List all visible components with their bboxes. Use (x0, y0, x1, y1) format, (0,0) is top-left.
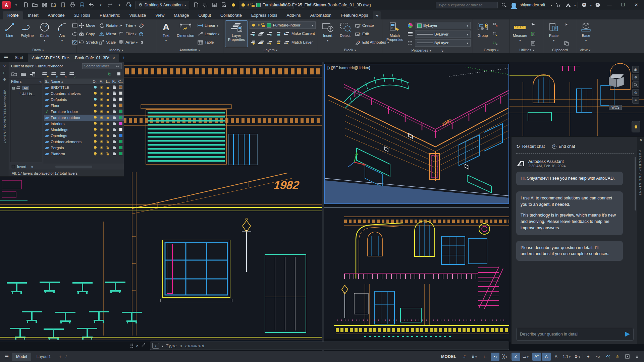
chat-scrollbar[interactable] (635, 157, 636, 210)
arc-dropdown-icon[interactable] (61, 38, 63, 42)
text-button[interactable]: A Text (158, 21, 174, 47)
trim-dropdown-icon[interactable] (135, 23, 136, 27)
restart-chat-button[interactable]: Restart chat (516, 144, 545, 149)
layer-freeze-icon[interactable] (100, 128, 103, 132)
find-in-doc-icon[interactable] (220, 1, 228, 9)
tab-automation[interactable]: Automation (306, 11, 336, 19)
copy-button[interactable]: Copy (78, 30, 98, 38)
rotate-button[interactable]: Rotate (99, 21, 117, 29)
dimension-button[interactable]: Dimension (176, 21, 195, 47)
base-button[interactable]: Base (578, 21, 594, 47)
tab-start[interactable]: Start (11, 54, 27, 61)
filter-tree[interactable]: ⊟ All └ All Us... (10, 84, 42, 162)
chat-input-box[interactable]: Describe your question in detail (516, 328, 634, 341)
layer-lock-icon[interactable] (275, 31, 281, 37)
layer-lock-icon[interactable] (107, 99, 109, 101)
close-button[interactable]: ✕ (631, 0, 642, 10)
search-icon[interactable] (500, 1, 508, 9)
layer-unlock-open-icon[interactable] (275, 39, 281, 45)
command-line[interactable]: › Type a command (150, 342, 509, 350)
model-space-badge[interactable]: MODEL (438, 354, 459, 359)
layer-states-manager-icon[interactable] (29, 71, 35, 77)
palette-autohide-icon[interactable]: ⊢ (3, 71, 6, 75)
layer-freeze-icon[interactable] (100, 98, 103, 102)
ribbon-layer-dropdown[interactable]: Furniture-indoor (250, 21, 316, 29)
tab-manage[interactable]: Manage (169, 11, 194, 19)
layer-on-icon[interactable] (252, 24, 255, 27)
arc-button[interactable]: Arc (54, 21, 70, 47)
make-current-button[interactable]: Make Current (291, 32, 315, 36)
array-button[interactable]: Array (118, 38, 138, 46)
leader-button[interactable]: Leader (197, 30, 219, 38)
units-button[interactable]: ▫○ (594, 353, 602, 361)
layer-lock-icon[interactable] (107, 93, 109, 95)
panel-view-label[interactable]: View (576, 47, 644, 53)
export-icon[interactable] (59, 1, 67, 9)
layer-row[interactable]: Pergola (44, 145, 124, 151)
dynamic-input-toggle[interactable]: ∠ (512, 353, 520, 361)
layer-freeze-icon[interactable] (100, 140, 103, 144)
user-avatar-icon[interactable] (510, 1, 518, 9)
layer-plot-icon[interactable] (113, 123, 116, 125)
layer-plot-icon[interactable] (113, 93, 116, 95)
layer-freeze-icon[interactable] (100, 146, 103, 150)
tab-insert[interactable]: Insert (23, 11, 43, 19)
layer-row[interactable]: Counters-shelves (44, 90, 124, 97)
clean-screen-button[interactable] (623, 353, 632, 361)
layer-color-swatch[interactable] (119, 85, 122, 89)
properties-dialog-launcher-icon[interactable]: ↘ (440, 48, 443, 53)
palette-hscrollbar[interactable] (55, 166, 92, 168)
tab-view[interactable]: View (151, 11, 169, 19)
layer-row[interactable]: Mouldings (44, 127, 124, 133)
batch-plot-icon[interactable] (125, 1, 133, 9)
chat-close-icon[interactable] (640, 137, 642, 142)
layer-on-icon[interactable] (94, 86, 97, 88)
help-menu-arrow-icon[interactable] (590, 3, 592, 7)
autocad-logo-icon[interactable]: A (2, 1, 11, 9)
new-drawing-tab-button[interactable] (120, 54, 128, 61)
workspace-switcher[interactable]: Drafting & Annotation (136, 1, 189, 9)
layer-row[interactable]: Defpoints (44, 97, 124, 103)
customize-command-icon[interactable] (141, 343, 146, 348)
detect-button[interactable]: Detect (337, 21, 353, 47)
match-properties-button[interactable]: Match Properties (384, 21, 405, 48)
scale-button[interactable]: Scale (99, 38, 117, 46)
id-point-icon[interactable] (530, 40, 536, 46)
layer-color-swatch[interactable] (119, 104, 122, 107)
send-icon[interactable] (625, 332, 630, 337)
layer-freeze-icon[interactable] (100, 152, 103, 156)
tab-express-tools[interactable]: Express Tools (247, 11, 282, 19)
layout1-tab[interactable]: Layout1 (33, 353, 55, 361)
line-button[interactable]: Line (2, 21, 17, 47)
layer-on-icon[interactable] (94, 110, 97, 113)
layer-row[interactable]: Interiors (44, 121, 124, 127)
command-close-icon[interactable] (136, 343, 139, 348)
ungroup-icon[interactable] (492, 21, 498, 27)
layer-color-swatch[interactable] (119, 98, 122, 101)
fillet-button[interactable]: Fillet (118, 30, 138, 38)
eraser-icon[interactable] (138, 22, 144, 28)
help-search-input[interactable] (436, 2, 498, 8)
full-navigation-wheel-icon[interactable]: ◉ (632, 66, 639, 73)
layer-lock-icon[interactable] (107, 123, 109, 125)
layer-isolate-icon[interactable] (258, 31, 264, 37)
layer-lock-icon[interactable] (107, 141, 109, 143)
new-file-icon[interactable] (21, 1, 30, 9)
wcs-label[interactable]: WCS (609, 105, 622, 110)
copy-clip-icon[interactable] (564, 40, 570, 46)
layer-lock-icon[interactable] (107, 129, 109, 131)
help-icon[interactable]: ? (580, 1, 588, 9)
layer-color-swatch[interactable] (119, 122, 122, 125)
layer-lock-icon[interactable] (107, 147, 109, 149)
palette-properties-icon[interactable]: ⚙ (3, 77, 6, 82)
viewport-se-isometric[interactable]: [+][SE Isometric][Hidden] (324, 64, 509, 204)
refresh-icon[interactable]: ↻ (107, 71, 113, 77)
layer-color-swatch[interactable] (119, 146, 122, 149)
layer-on-icon[interactable] (94, 92, 97, 95)
new-layout-button[interactable] (56, 353, 64, 360)
new-layer-icon[interactable]: ✦ (42, 71, 48, 77)
layer-plot-icon[interactable] (113, 86, 116, 89)
lightbulb-icon[interactable] (229, 1, 237, 9)
layer-thaw-sun-icon[interactable] (266, 39, 272, 45)
new-group-filter-icon[interactable] (20, 71, 26, 77)
